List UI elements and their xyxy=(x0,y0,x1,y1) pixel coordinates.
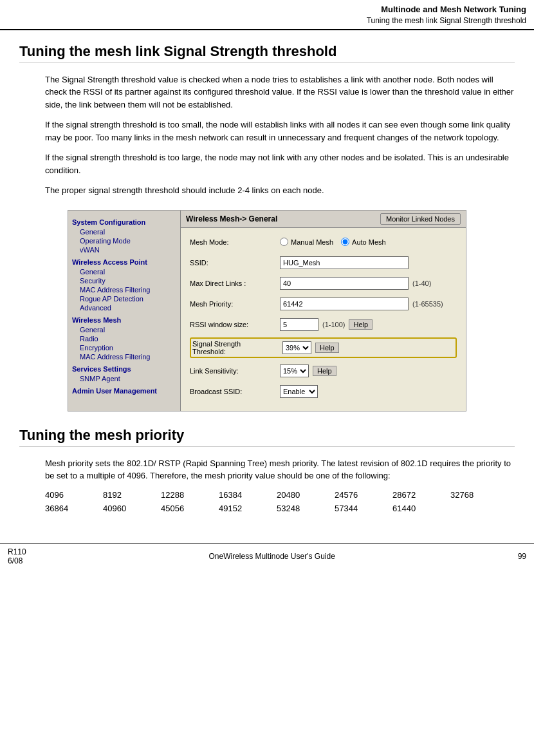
nav-item-ap-general[interactable]: General xyxy=(71,267,178,276)
nav-item-snmp[interactable]: SNMP Agent xyxy=(71,374,178,383)
paragraph-1: The Signal Strength threshold value is c… xyxy=(45,73,515,111)
signal-strength-help-button[interactable]: Help xyxy=(315,343,339,353)
nav-item-radio[interactable]: Radio xyxy=(71,334,178,343)
left-nav: System Configuration General Operating M… xyxy=(68,211,181,411)
nav-services-header: Services Settings xyxy=(71,365,178,373)
mesh-mode-options: Manual Mesh Auto Mesh xyxy=(280,238,386,246)
nav-item-general[interactable]: General xyxy=(71,227,178,236)
header-title-main: Multinode and Mesh Network Tuning xyxy=(8,4,526,15)
priority-val-12288: 12288 xyxy=(161,490,219,500)
footer-page-number: 99 xyxy=(518,552,526,561)
link-sensitivity-select[interactable]: 15% xyxy=(280,364,309,377)
ssid-row: SSID: xyxy=(190,255,457,270)
auto-mesh-radio[interactable] xyxy=(341,238,349,246)
priority-table: 4096 8192 12288 16384 20480 24576 28672 … xyxy=(45,490,515,513)
rssi-help-button[interactable]: Help xyxy=(349,319,373,330)
mesh-mode-label: Mesh Mode: xyxy=(190,238,280,246)
nav-system-config-header: System Configuration xyxy=(71,218,178,226)
priority-val-49152: 49152 xyxy=(219,504,277,513)
nav-item-security[interactable]: Security xyxy=(71,276,178,285)
ssid-label: SSID: xyxy=(190,259,280,267)
rssi-window-size-range: (1-100) xyxy=(322,321,345,328)
paragraph-3: If the signal strength threshold is too … xyxy=(45,151,515,176)
rssi-window-size-input[interactable] xyxy=(280,318,318,331)
priority-val-45056: 45056 xyxy=(161,504,219,513)
section2-title: Tuning the mesh priority xyxy=(19,427,515,447)
nav-item-operating-mode[interactable]: Operating Mode xyxy=(71,236,178,245)
header-title-sub: Tuning the mesh link Signal Strength thr… xyxy=(8,15,526,26)
mesh-priority-row: Mesh Priority: (1-65535) xyxy=(190,296,457,312)
footer-revision: R110 xyxy=(8,547,26,556)
monitor-linked-nodes-button[interactable]: Monitor Linked Nodes xyxy=(380,213,461,225)
ui-screenshot: System Configuration General Operating M… xyxy=(68,210,466,411)
priority-val-16384: 16384 xyxy=(219,490,277,500)
link-sensitivity-control: 15% Help xyxy=(280,364,336,377)
rssi-window-size-row: RSSI window size: (1-100) Help xyxy=(190,317,457,332)
mesh-priority-label: Mesh Priority: xyxy=(190,300,280,308)
priority-val-40960: 40960 xyxy=(103,504,161,513)
mesh-priority-range: (1-65535) xyxy=(412,300,443,308)
priority-val-empty xyxy=(450,504,508,513)
broadcast-ssid-select[interactable]: Enable Disable xyxy=(280,385,318,398)
priority-val-4096: 4096 xyxy=(45,490,103,500)
ssid-control xyxy=(280,256,409,269)
manual-mesh-radio[interactable] xyxy=(280,238,288,246)
mesh-priority-control: (1-65535) xyxy=(280,298,443,310)
priority-val-57344: 57344 xyxy=(335,504,392,513)
panel-title: Wireless Mesh-> General xyxy=(186,214,277,223)
signal-strength-threshold-row: Signal StrengthThreshold: 39% Help xyxy=(190,337,457,358)
nav-item-vwan[interactable]: vWAN xyxy=(71,245,178,254)
link-sensitivity-row: Link Sensitivity: 15% Help xyxy=(190,363,457,379)
paragraph-4: The proper signal strength threshold sho… xyxy=(45,184,515,197)
signal-strength-label: Signal StrengthThreshold: xyxy=(192,340,282,355)
panel-header: Wireless Mesh-> General Monitor Linked N… xyxy=(181,211,466,228)
nav-admin-header: Admin User Management xyxy=(71,387,178,395)
rssi-window-size-label: RSSI window size: xyxy=(190,321,280,328)
section2-text: Mesh priority sets the 802.1D/ RSTP (Rap… xyxy=(45,457,515,482)
priority-val-24576: 24576 xyxy=(335,490,392,500)
link-sensitivity-help-button[interactable]: Help xyxy=(313,366,336,376)
manual-mesh-option[interactable]: Manual Mesh xyxy=(280,238,333,246)
section1-title: Tuning the mesh link Signal Strength thr… xyxy=(19,43,515,63)
priority-val-32768: 32768 xyxy=(450,490,508,500)
broadcast-ssid-label: Broadcast SSID: xyxy=(190,388,280,395)
priority-row-2: 36864 40960 45056 49152 53248 57344 6144… xyxy=(45,504,515,513)
max-direct-links-input[interactable] xyxy=(280,277,409,290)
max-direct-links-row: Max Direct Links : (1-40) xyxy=(190,276,457,291)
nav-wireless-ap-header: Wireless Access Point xyxy=(71,258,178,266)
ui-screenshot-container: System Configuration General Operating M… xyxy=(19,210,515,411)
footer-left: R110 6/08 xyxy=(8,547,26,565)
mesh-mode-row: Mesh Mode: Manual Mesh Auto Mesh xyxy=(190,234,457,250)
auto-mesh-option[interactable]: Auto Mesh xyxy=(341,238,386,246)
nav-wireless-mesh-header: Wireless Mesh xyxy=(71,316,178,324)
rssi-window-size-control: (1-100) Help xyxy=(280,318,373,331)
max-direct-links-label: Max Direct Links : xyxy=(190,279,280,287)
page-header: Multinode and Mesh Network Tuning Tuning… xyxy=(0,0,534,30)
link-sensitivity-label: Link Sensitivity: xyxy=(190,367,280,375)
nav-item-mesh-mac[interactable]: MAC Address Filtering xyxy=(71,352,178,361)
nav-item-mac-filter[interactable]: MAC Address Filtering xyxy=(71,285,178,294)
priority-val-20480: 20480 xyxy=(277,490,335,500)
signal-strength-select[interactable]: 39% xyxy=(282,341,311,354)
priority-val-61440: 61440 xyxy=(392,504,450,513)
nav-item-mesh-general[interactable]: General xyxy=(71,325,178,334)
nav-item-advanced[interactable]: Advanced xyxy=(71,303,178,312)
nav-item-rogue-ap[interactable]: Rogue AP Detection xyxy=(71,294,178,303)
nav-item-encryption[interactable]: Encryption xyxy=(71,343,178,352)
right-panel: Wireless Mesh-> General Monitor Linked N… xyxy=(181,211,466,411)
priority-row-1: 4096 8192 12288 16384 20480 24576 28672 … xyxy=(45,490,515,500)
footer-date: 6/08 xyxy=(8,556,26,565)
priority-val-28672: 28672 xyxy=(392,490,450,500)
footer-center: OneWireless Multinode User's Guide xyxy=(208,552,335,561)
max-direct-links-range: (1-40) xyxy=(412,279,431,287)
main-content: Tuning the mesh link Signal Strength thr… xyxy=(0,30,534,530)
priority-val-36864: 36864 xyxy=(45,504,103,513)
max-direct-links-control: (1-40) xyxy=(280,277,431,290)
priority-val-53248: 53248 xyxy=(277,504,335,513)
mesh-priority-input[interactable] xyxy=(280,298,409,310)
panel-body: Mesh Mode: Manual Mesh Auto Mesh S xyxy=(181,228,466,411)
paragraph-2: If the signal strength threshold is too … xyxy=(45,118,515,144)
ssid-input[interactable] xyxy=(280,256,409,269)
broadcast-ssid-control: Enable Disable xyxy=(280,385,318,398)
broadcast-ssid-row: Broadcast SSID: Enable Disable xyxy=(190,384,457,399)
